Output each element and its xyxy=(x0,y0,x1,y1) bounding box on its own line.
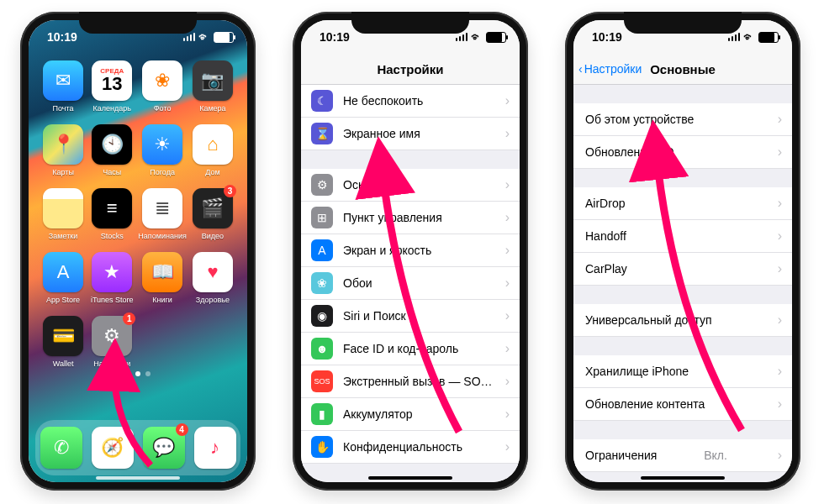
dock-app[interactable]: 🧭 xyxy=(92,427,134,469)
row-detail: Вкл. xyxy=(704,449,731,462)
settings-row[interactable]: ☾Не беспокоить› xyxy=(301,85,520,118)
row-label: Обои xyxy=(343,276,372,290)
app-камера[interactable]: 📷Камера xyxy=(190,60,235,113)
notch xyxy=(351,12,469,34)
chevron-right-icon: › xyxy=(505,243,510,258)
app-app store[interactable]: AApp Store xyxy=(40,252,86,304)
app-календарь[interactable]: Среда13Календарь xyxy=(89,60,135,113)
app-icon: 🕙 xyxy=(92,124,132,165)
general-row[interactable]: Об этом устройстве› xyxy=(573,103,792,136)
app-stocks[interactable]: ≡Stocks xyxy=(89,188,135,240)
app-wallet[interactable]: 💳Wallet xyxy=(40,316,86,368)
nav-title: Основные xyxy=(650,62,716,76)
badge: 1 xyxy=(123,312,135,325)
settings-row[interactable]: AЭкран и яркость› xyxy=(301,234,520,267)
app-label: Stocks xyxy=(101,232,124,240)
row-icon: ✋ xyxy=(311,436,333,458)
app-карты[interactable]: 📍Карты xyxy=(40,124,86,176)
app-настройки[interactable]: ⚙1Настройки xyxy=(89,316,135,368)
app-фото[interactable]: ❀Фото xyxy=(138,60,186,113)
general-row[interactable]: Handoff› xyxy=(573,220,792,253)
general-row[interactable]: AirDrop› xyxy=(573,187,792,220)
general-row[interactable]: Универсальный доступ› xyxy=(573,304,792,337)
notch xyxy=(79,12,197,34)
dock-app[interactable]: ♪ xyxy=(194,427,236,469)
nav-bar: Настройки xyxy=(301,54,520,85)
row-label: Экран и яркость xyxy=(343,244,431,257)
settings-row[interactable]: ⚙Основные› xyxy=(301,169,520,202)
row-label: Ограничения xyxy=(585,449,657,462)
app-icon: Среда13 xyxy=(92,60,132,101)
app-видео[interactable]: 🎬3Видео xyxy=(190,188,235,240)
app-здоровье[interactable]: ♥Здоровье xyxy=(190,252,235,304)
app-label: Карты xyxy=(52,168,74,176)
settings-row[interactable]: ❀Обои› xyxy=(301,267,520,300)
dock: ✆🧭💬4♪ xyxy=(35,420,240,475)
app-label: Дом xyxy=(205,168,219,176)
settings-row[interactable]: ✋Конфиденциальность› xyxy=(301,431,520,464)
chevron-right-icon: › xyxy=(505,93,510,108)
settings-row[interactable]: ◉Siri и Поиск› xyxy=(301,300,520,333)
general-row[interactable]: CarPlay› xyxy=(573,253,792,286)
signal-icon xyxy=(456,33,468,41)
row-icon: ▮ xyxy=(311,403,333,425)
app-почта[interactable]: ✉Почта xyxy=(40,60,86,113)
phone-settings: 10:19 ᯤ Настройки ☾Не беспокоить›⌛Экранн… xyxy=(293,12,528,491)
row-label: Handoff xyxy=(585,229,626,243)
app-напоминания[interactable]: ≣Напоминания xyxy=(138,188,186,240)
settings-row[interactable]: ▮Аккумулятор› xyxy=(301,398,520,431)
app-книги[interactable]: 📖Книги xyxy=(138,252,186,304)
battery-icon xyxy=(214,32,234,43)
settings-row[interactable]: ⌛Экранное имя› xyxy=(301,118,520,150)
row-label: Об этом устройстве xyxy=(585,113,694,126)
row-label: Не беспокоить xyxy=(343,94,423,108)
row-label: Пункт управления xyxy=(343,211,442,224)
settings-row[interactable]: SOSЭкстренный вызов — SO…› xyxy=(301,365,520,398)
back-button[interactable]: ‹ Настройки xyxy=(578,62,642,76)
home-indicator[interactable] xyxy=(641,476,725,480)
chevron-right-icon: › xyxy=(505,374,510,389)
dock-app[interactable]: 💬4 xyxy=(143,427,185,469)
app-icon: ⌂ xyxy=(193,124,233,165)
app-погода[interactable]: ☀Погода xyxy=(138,124,186,176)
home-indicator[interactable] xyxy=(96,476,180,480)
chevron-right-icon: › xyxy=(505,407,510,422)
row-label: Конфиденциальность xyxy=(343,440,462,454)
general-row[interactable]: Обновление ПО› xyxy=(573,136,792,169)
row-label: Экранное имя xyxy=(343,127,420,140)
app-icon: ≣ xyxy=(142,188,182,228)
app-дом[interactable]: ⌂Дом xyxy=(190,124,235,176)
general-row[interactable]: Хранилище iPhone› xyxy=(573,355,792,388)
settings-row[interactable]: ⊞Пункт управления› xyxy=(301,202,520,234)
settings-row[interactable]: ☻Face ID и код-пароль› xyxy=(301,333,520,365)
chevron-left-icon: ‹ xyxy=(578,62,583,76)
chevron-right-icon: › xyxy=(778,364,782,379)
app-label: Камера xyxy=(199,104,225,113)
row-label: Обновление ПО xyxy=(585,145,674,159)
home-indicator[interactable] xyxy=(368,476,452,480)
status-time: 10:19 xyxy=(47,30,77,44)
chevron-right-icon: › xyxy=(778,144,782,160)
row-icon: ❀ xyxy=(311,272,333,294)
app-icon xyxy=(43,188,83,228)
row-label: Siri и Поиск xyxy=(343,309,406,323)
app-icon: 🎬3 xyxy=(193,188,233,228)
chevron-right-icon: › xyxy=(505,439,510,454)
general-row[interactable]: Обновление контента› xyxy=(573,388,792,421)
app-заметки[interactable]: Заметки xyxy=(40,188,86,240)
row-label: Экстренный вызов — SO… xyxy=(343,375,493,388)
general-row[interactable]: ОграниченияВкл.› xyxy=(573,439,792,472)
app-label: Заметки xyxy=(49,232,77,240)
app-icon: ♥ xyxy=(193,252,233,292)
row-icon: ⌛ xyxy=(311,123,333,144)
row-label: Обновление контента xyxy=(585,397,705,411)
wifi-icon: ᯤ xyxy=(471,30,483,44)
app-часы[interactable]: 🕙Часы xyxy=(89,124,135,176)
row-label: Аккумулятор xyxy=(343,407,413,421)
nav-title: Настройки xyxy=(377,62,443,76)
chevron-right-icon: › xyxy=(778,228,782,244)
dock-app[interactable]: ✆ xyxy=(40,427,82,469)
app-itunes store[interactable]: ★iTunes Store xyxy=(89,252,135,304)
row-label: Face ID и код-пароль xyxy=(343,342,458,355)
app-label: Wallet xyxy=(53,360,74,368)
